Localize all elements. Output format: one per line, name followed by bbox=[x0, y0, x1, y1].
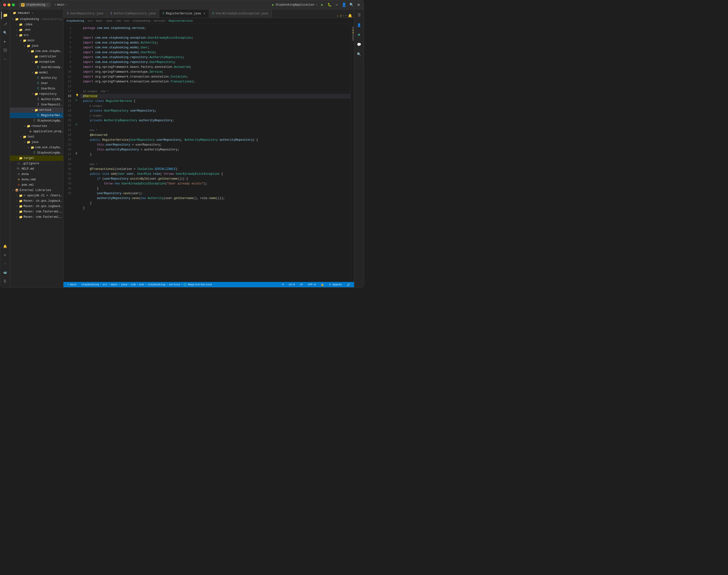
code-content[interactable]: package com.eve.staybooking.service; imp… bbox=[80, 24, 351, 282]
tab-registerservice[interactable]: C RegisterService.java × bbox=[159, 9, 209, 18]
more-tools-icon[interactable]: ⋯ bbox=[1, 55, 9, 63]
more-options-button[interactable]: ⋯ bbox=[335, 3, 339, 7]
branch-selector[interactable]: ⑂ main ▾ bbox=[55, 3, 67, 6]
tree-ext-libs[interactable]: ▾ 📦 External Libraries bbox=[10, 188, 63, 193]
tree-authority[interactable]: C Authority bbox=[10, 75, 63, 81]
project-selector[interactable]: S staybooking ▾ bbox=[19, 2, 51, 7]
bc-main[interactable]: main bbox=[96, 20, 102, 22]
minimize-button[interactable] bbox=[7, 3, 10, 6]
tree-controller[interactable]: › 📁 controller bbox=[10, 54, 63, 59]
tree-main[interactable]: ▾ 📁 main bbox=[10, 38, 63, 43]
debug-button[interactable]: 🐛 bbox=[327, 3, 332, 7]
method-exists: existsById bbox=[130, 176, 148, 181]
account-icon[interactable]: 👤 bbox=[342, 3, 346, 7]
status-indent[interactable]: 🔒 bbox=[320, 283, 325, 286]
tree-service[interactable]: ▾ 📁 service bbox=[10, 107, 63, 113]
run-debug-icon[interactable]: ▶ bbox=[1, 38, 9, 45]
tree-appprops[interactable]: ⚙ application.properties bbox=[10, 129, 63, 134]
plugins-icon[interactable]: ⬛ bbox=[1, 46, 9, 54]
tree-authrepo[interactable]: I AuthorityRepository bbox=[10, 97, 63, 102]
status-vim[interactable]: V bbox=[281, 283, 285, 286]
tree-registerservice[interactable]: C RegisterService bbox=[10, 113, 63, 118]
tree-userrepo[interactable]: I UserRepository bbox=[10, 102, 63, 107]
tree-pomxml[interactable]: m pom.xml bbox=[10, 182, 63, 188]
tree-logback2[interactable]: › 📁 Maven: ch.qos.logback:logback-core:1… bbox=[10, 204, 63, 209]
status-cursor[interactable]: 15:8 bbox=[288, 283, 296, 286]
hint-new27: new * bbox=[83, 162, 97, 167]
tree-mvn[interactable]: › 📁 .mvn bbox=[10, 27, 63, 33]
tree-user[interactable]: C User bbox=[10, 81, 63, 86]
tree-idea[interactable]: › 📁 .idea bbox=[10, 22, 63, 27]
tab-rs-close[interactable]: × bbox=[203, 12, 205, 15]
app-selector[interactable]: ▶ StaybookingApplication ▾ bbox=[272, 3, 317, 7]
tree-apptests[interactable]: C StaybookingApplicationTests bbox=[10, 150, 63, 156]
bc-registerservice[interactable]: RegisterService bbox=[169, 20, 193, 22]
tree-repository[interactable]: ▾ 📁 repository bbox=[10, 91, 63, 97]
tab-more[interactable]: ⋯ bbox=[345, 14, 347, 18]
bc-staybooking2[interactable]: staybooking bbox=[133, 20, 151, 22]
tree-model[interactable]: ▾ 📁 model bbox=[10, 70, 63, 75]
explorer-icon[interactable]: 📁 bbox=[1, 11, 9, 19]
tree-userrole[interactable]: C UserRole bbox=[10, 86, 63, 91]
this-userrepo: userRepository bbox=[106, 142, 130, 147]
right-db-icon[interactable]: 🗄 bbox=[355, 11, 363, 19]
tree-jdk[interactable]: › 📁 < openjdk-21 > /Users/eve/Library/Ja… bbox=[10, 193, 63, 198]
right-inspect-icon[interactable]: 🔍 bbox=[355, 50, 363, 58]
status-breadcrumb[interactable]: staybooking › src › main › java › com › … bbox=[80, 283, 213, 286]
tree-com-pkg[interactable]: ▾ 📁 com.eve.staybooking bbox=[10, 48, 63, 54]
bc-src[interactable]: src bbox=[88, 20, 92, 22]
right-m-icon[interactable]: m bbox=[355, 31, 363, 39]
maximize-button[interactable] bbox=[12, 3, 15, 6]
terminal-icon[interactable]: ⊟ bbox=[1, 251, 9, 259]
tree-gitignore[interactable]: ⊙ .gitignore bbox=[10, 161, 63, 166]
tab-scroll-left[interactable]: ‹ bbox=[343, 14, 344, 18]
tree-jackson2[interactable]: › 📁 Maven: com.fasterxml.jackson.core:ja… bbox=[10, 214, 63, 220]
run-button[interactable]: ▶ bbox=[320, 3, 324, 7]
import9: org.springframework.beans.factory.annota… bbox=[95, 65, 174, 69]
tree-src[interactable]: ▾ 📁 src bbox=[10, 33, 63, 38]
tree-test-pkg[interactable]: ▾ 📁 com.eve.staybooking bbox=[10, 145, 63, 150]
tree-root[interactable]: ▾ 📁 staybooking ~/Desktop/Projects/StayB… bbox=[10, 16, 63, 22]
close-button[interactable] bbox=[3, 3, 6, 6]
tree-resources[interactable]: ▾ 📁 resources bbox=[10, 124, 63, 129]
database-icon[interactable]: 🗄 bbox=[1, 277, 9, 285]
status-git[interactable]: ⑂ main bbox=[66, 283, 77, 286]
status-le[interactable]: LF bbox=[299, 283, 304, 286]
status-encoding[interactable]: UTF-8 bbox=[307, 283, 317, 286]
user-param: user bbox=[127, 172, 134, 176]
tree-logback1[interactable]: › 📁 Maven: ch.qos.logback:logback-classi… bbox=[10, 198, 63, 204]
status-lock[interactable]: 🔗 bbox=[346, 283, 351, 286]
status-spaces[interactable]: 4 spaces bbox=[328, 283, 343, 286]
tree-mvnwcmd[interactable]: m mvnw.cmd bbox=[10, 177, 63, 182]
tab-authrepo[interactable]: I AuthorityRepository.java bbox=[107, 9, 159, 18]
tree-userexist[interactable]: C UserAlreadyExistException bbox=[10, 65, 63, 70]
inspect-icon[interactable]: 🔍 bbox=[1, 29, 9, 37]
scrollbar-track[interactable] bbox=[351, 24, 354, 282]
tree-jackson1[interactable]: › 📁 Maven: com.fasterxml.jackson.core:ja… bbox=[10, 209, 63, 214]
search-icon[interactable]: 🔍 bbox=[349, 3, 353, 7]
notification-bell[interactable]: 🔔 bbox=[348, 13, 352, 18]
tree-test[interactable]: ▾ 📁 test bbox=[10, 134, 63, 139]
git-icon[interactable]: ⑂ bbox=[1, 260, 9, 268]
right-user-icon[interactable]: 👤 bbox=[355, 21, 363, 29]
tree-java[interactable]: ▾ 📁 java bbox=[10, 43, 63, 48]
tree-mvnw[interactable]: m mvnw bbox=[10, 172, 63, 177]
docker-icon[interactable]: 🐳 bbox=[1, 269, 9, 277]
bc-com[interactable]: com bbox=[116, 20, 121, 22]
tree-exception[interactable]: ▾ 📁 exception bbox=[10, 59, 63, 65]
bc-java[interactable]: java bbox=[106, 20, 112, 22]
right-chat-icon[interactable]: 💬 bbox=[355, 41, 363, 48]
bc-staybooking[interactable]: staybooking bbox=[66, 20, 84, 22]
tree-staybookingapp[interactable]: C StaybookingApplication bbox=[10, 118, 63, 124]
bc-service[interactable]: service bbox=[154, 20, 165, 22]
tab-userrepo[interactable]: I UserRepository.java bbox=[63, 9, 107, 18]
settings-icon[interactable]: ⚙ bbox=[356, 3, 361, 7]
tree-target[interactable]: › 📁 target bbox=[10, 156, 63, 161]
tree-helpmd[interactable]: M↓ HELP.md bbox=[10, 166, 63, 172]
tree-test-java[interactable]: ▾ 📁 java bbox=[10, 139, 63, 145]
bc-eve[interactable]: eve bbox=[124, 20, 129, 22]
vcs-icon[interactable]: ⎇ bbox=[1, 20, 9, 28]
bc-reg-status: C bbox=[184, 283, 187, 286]
tab-userexists[interactable]: C UserAlreadyExistException.java bbox=[209, 9, 272, 18]
notifications-icon[interactable]: 🔔 bbox=[1, 242, 9, 250]
